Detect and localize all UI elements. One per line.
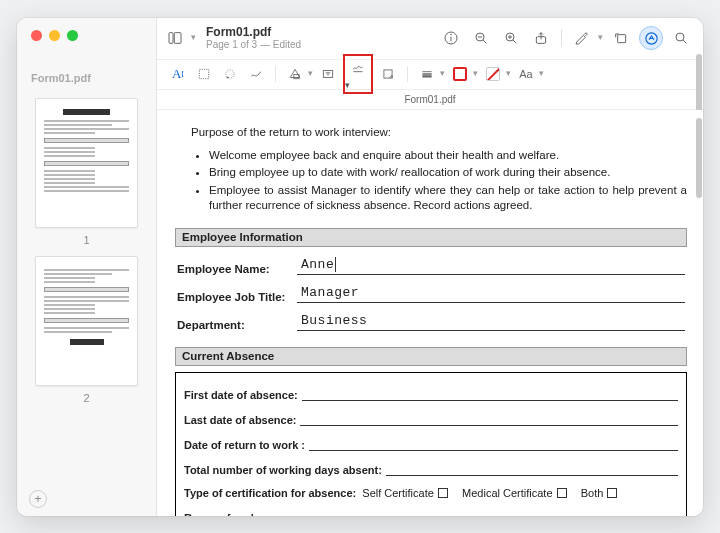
chevron-down-icon: ▾ bbox=[598, 32, 603, 42]
field-reason: Reason for absence: bbox=[184, 510, 678, 516]
return-date-label: Date of return to work : bbox=[184, 439, 305, 451]
total-days-input[interactable] bbox=[386, 462, 678, 476]
chevron-down-icon: ▾ bbox=[473, 68, 478, 78]
svg-marker-22 bbox=[290, 69, 299, 77]
department-label: Department: bbox=[177, 319, 297, 331]
field-first-date: First date of absence: bbox=[184, 387, 678, 401]
minimize-window-button[interactable] bbox=[49, 30, 60, 41]
thumbnail-page-number-1: 1 bbox=[35, 234, 138, 246]
page-thumbnail-2[interactable] bbox=[35, 256, 138, 386]
bullet-item: Welcome employee back and enquire about … bbox=[209, 148, 687, 164]
chevron-down-icon: ▾ bbox=[191, 32, 196, 42]
rotate-button[interactable] bbox=[609, 26, 633, 50]
purpose-heading: Purpose of the return to work interview: bbox=[191, 126, 687, 138]
svg-line-18 bbox=[683, 40, 686, 43]
zoom-in-button[interactable] bbox=[499, 26, 523, 50]
border-color-menu[interactable] bbox=[449, 63, 471, 85]
svg-line-6 bbox=[483, 40, 486, 43]
preview-window: Form01.pdf 1 bbox=[17, 18, 703, 516]
lasso-tool[interactable] bbox=[219, 63, 241, 85]
svg-point-4 bbox=[451, 34, 452, 35]
cert-self-checkbox[interactable] bbox=[438, 488, 448, 498]
chevron-down-icon: ▾ bbox=[506, 68, 511, 78]
document-title-block[interactable]: Form01.pdf Page 1 of 3 — Edited bbox=[206, 25, 301, 51]
share-button[interactable] bbox=[529, 26, 553, 50]
svg-rect-0 bbox=[169, 33, 173, 44]
add-page-button[interactable]: + bbox=[29, 490, 47, 508]
bullet-item: Employee to assist Manager to identify w… bbox=[209, 183, 687, 214]
document-viewport[interactable]: Purpose of the return to work interview:… bbox=[157, 110, 703, 516]
cert-med-label: Medical Certificate bbox=[462, 487, 552, 499]
sign-tool-highlighted[interactable]: ▾ bbox=[343, 54, 373, 94]
field-employee-title: Employee Job Title: Manager bbox=[177, 285, 685, 303]
employee-title-label: Employee Job Title: bbox=[177, 291, 297, 303]
chevron-down-icon: ▾ bbox=[308, 68, 313, 78]
employee-title-input[interactable]: Manager bbox=[297, 285, 685, 303]
section-current-absence: Current Absence bbox=[175, 347, 687, 366]
section-employee-info: Employee Information bbox=[175, 228, 687, 247]
thumbnail-list[interactable]: 1 2 bbox=[17, 94, 156, 482]
chevron-down-icon: ▾ bbox=[345, 80, 350, 90]
markup-toolbar: AI ▾ ▾ ▾ ▾ ▾ Aa ▾ bbox=[157, 60, 703, 90]
view-mode-button[interactable] bbox=[163, 26, 187, 50]
fill-color-menu[interactable] bbox=[482, 63, 504, 85]
document-subtitle: Page 1 of 3 — Edited bbox=[206, 39, 301, 51]
fullscreen-window-button[interactable] bbox=[67, 30, 78, 41]
cert-both-label: Both bbox=[581, 487, 604, 499]
department-input[interactable]: Business bbox=[297, 313, 685, 331]
cert-self-label: Self Certificate bbox=[362, 487, 434, 499]
return-date-input[interactable] bbox=[309, 437, 678, 451]
sign-tool[interactable] bbox=[347, 56, 369, 78]
first-date-input[interactable] bbox=[302, 387, 678, 401]
cert-label: Type of certification for absence: bbox=[184, 487, 356, 499]
reason-label: Reason for absence: bbox=[184, 512, 292, 516]
text-cursor-tool[interactable]: AI bbox=[167, 63, 189, 85]
cert-med-checkbox[interactable] bbox=[557, 488, 567, 498]
field-employee-name: Employee Name: Anne​ bbox=[177, 257, 685, 275]
svg-rect-1 bbox=[174, 33, 181, 44]
last-date-input[interactable] bbox=[300, 412, 678, 426]
purpose-bullets: Welcome employee back and enquire about … bbox=[175, 148, 687, 214]
svg-rect-19 bbox=[199, 69, 208, 78]
page-thumbnail-1[interactable] bbox=[35, 98, 138, 228]
absence-box: First date of absence: Last date of abse… bbox=[175, 372, 687, 516]
thumbnail-page-number-2: 2 bbox=[35, 392, 138, 404]
first-date-label: First date of absence: bbox=[184, 389, 298, 401]
document-tab[interactable]: Form01.pdf bbox=[157, 90, 703, 110]
rect-select-tool[interactable] bbox=[193, 63, 215, 85]
note-tool[interactable] bbox=[377, 63, 399, 85]
field-department: Department: Business bbox=[177, 313, 685, 331]
thumbnail-sidebar: Form01.pdf 1 bbox=[17, 18, 157, 516]
info-button[interactable] bbox=[439, 26, 463, 50]
reason-input[interactable] bbox=[296, 510, 678, 516]
bullet-item: Bring employee up to date with work/ rea… bbox=[209, 165, 687, 181]
line-style-menu[interactable] bbox=[416, 63, 438, 85]
markup-toggle-button[interactable] bbox=[639, 26, 663, 50]
total-days-label: Total number of working days absent: bbox=[184, 464, 382, 476]
main-pane: ▾ Form01.pdf Page 1 of 3 — Edited ▾ bbox=[157, 18, 703, 516]
svg-point-17 bbox=[676, 33, 684, 41]
window-controls bbox=[17, 18, 156, 50]
last-date-label: Last date of absence: bbox=[184, 414, 296, 426]
shapes-menu[interactable] bbox=[284, 63, 306, 85]
text-tool[interactable] bbox=[317, 63, 339, 85]
document-scrollbar-thumb[interactable] bbox=[696, 118, 702, 198]
document-title: Form01.pdf bbox=[206, 25, 301, 39]
search-button[interactable] bbox=[669, 26, 693, 50]
field-last-date: Last date of absence: bbox=[184, 412, 678, 426]
zoom-out-button[interactable] bbox=[469, 26, 493, 50]
close-window-button[interactable] bbox=[31, 30, 42, 41]
field-total-days: Total number of working days absent: bbox=[184, 462, 678, 476]
field-return-date: Date of return to work : bbox=[184, 437, 678, 451]
chevron-down-icon: ▾ bbox=[440, 68, 445, 78]
sketch-tool[interactable] bbox=[245, 63, 267, 85]
main-toolbar: ▾ Form01.pdf Page 1 of 3 — Edited ▾ bbox=[157, 18, 703, 60]
svg-line-9 bbox=[513, 40, 516, 43]
svg-rect-14 bbox=[618, 35, 626, 43]
svg-point-21 bbox=[227, 77, 228, 78]
highlight-button[interactable] bbox=[570, 26, 594, 50]
employee-name-label: Employee Name: bbox=[177, 263, 297, 275]
employee-name-input[interactable]: Anne​ bbox=[297, 257, 685, 275]
font-style-menu[interactable]: Aa bbox=[515, 63, 537, 85]
cert-both-checkbox[interactable] bbox=[607, 488, 617, 498]
